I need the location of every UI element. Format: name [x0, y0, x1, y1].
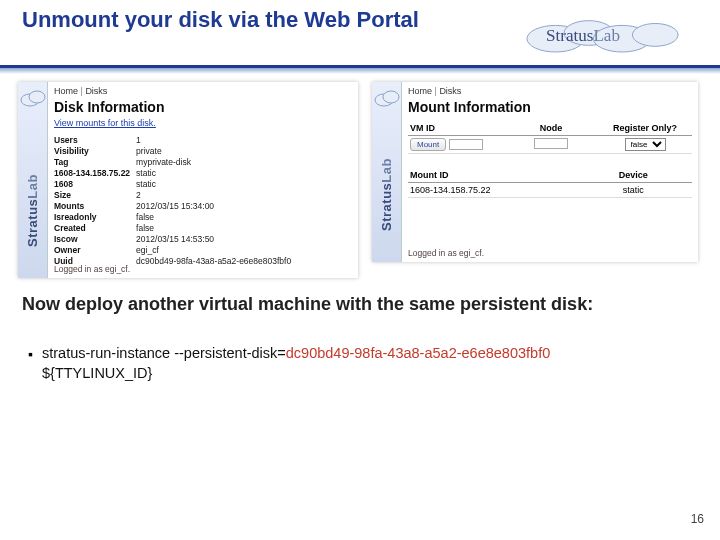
svg-point-8 — [383, 91, 399, 103]
svg-text:StratusLab: StratusLab — [546, 26, 620, 45]
table-row: Createdfalse — [54, 222, 297, 233]
table-row: 1608static — [54, 178, 297, 189]
mount-button[interactable]: Mount — [410, 138, 446, 151]
crumb-disks[interactable]: Disks — [439, 86, 461, 96]
svg-point-6 — [29, 91, 45, 103]
disk-properties-table: Users1VisibilityprivateTagmyprivate-disk… — [54, 134, 297, 266]
vm-id-input[interactable] — [449, 139, 483, 150]
mount-information-panel: StratusLab Home | Disks Mount Informatio… — [372, 82, 698, 262]
table-row: Tagmyprivate-disk — [54, 156, 297, 167]
table-row: Iscow2012/03/15 14:53:50 — [54, 233, 297, 244]
uuid-highlight: dc90bd49-98fa-43a8-a5a2-e6e8e803fbf0 — [286, 345, 550, 361]
table-row: Mounts2012/03/15 15:34:00 — [54, 200, 297, 211]
mount-id-table-header: Mount ID Device — [408, 168, 692, 183]
crumb-home[interactable]: Home — [408, 86, 432, 96]
view-mounts-link[interactable]: View mounts for this disk. — [54, 118, 156, 128]
body-subtitle: Now deploy another virtual machine with … — [22, 294, 602, 316]
table-row: Size2 — [54, 189, 297, 200]
mount-form-row: Mount false — [408, 136, 692, 154]
logged-in-label: Logged in as egi_cf. — [408, 248, 484, 258]
table-row: 1608-134.158.75.22static — [54, 167, 297, 178]
register-only-select[interactable]: false — [625, 138, 666, 151]
mount-id-row: 1608-134.158.75.22 static — [408, 183, 692, 198]
stratuslab-logo: StratusLab — [508, 14, 698, 56]
bullet-icon: ▪ — [28, 346, 33, 362]
page-number: 16 — [691, 512, 704, 526]
panel-heading: Mount Information — [408, 99, 692, 115]
node-input[interactable] — [534, 138, 568, 149]
svg-point-3 — [632, 23, 678, 46]
table-row: Visibilityprivate — [54, 145, 297, 156]
crumb-home[interactable]: Home — [54, 86, 78, 96]
logged-in-label: Logged in as egi_cf. — [54, 264, 130, 274]
vertical-brand-right: StratusLab — [372, 82, 402, 262]
breadcrumb: Home | Disks — [408, 86, 692, 96]
crumb-disks[interactable]: Disks — [85, 86, 107, 96]
table-row: Users1 — [54, 134, 297, 145]
title-underline — [0, 65, 720, 68]
mount-table-header: VM ID Node Register Only? — [408, 121, 692, 136]
table-row: Owneregi_cf — [54, 244, 297, 255]
breadcrumb: Home | Disks — [54, 86, 352, 96]
command-text: stratus-run-instance --persistent-disk=d… — [42, 344, 662, 383]
slide-title: Unmount your disk via the Web Portal — [22, 8, 442, 32]
vertical-brand-left: StratusLab — [18, 82, 48, 278]
panel-heading: Disk Information — [54, 99, 352, 115]
table-row: Isreadonlyfalse — [54, 211, 297, 222]
disk-information-panel: StratusLab Home | Disks Disk Information… — [18, 82, 358, 278]
